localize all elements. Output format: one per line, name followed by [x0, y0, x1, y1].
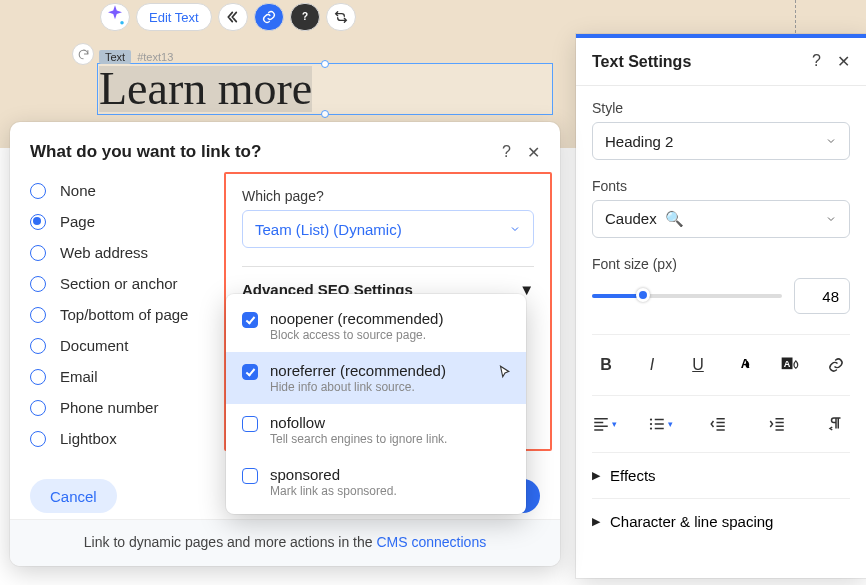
seo-option-name: noopener (recommended) [270, 310, 443, 327]
fonts-select[interactable]: Caudex🔍 [592, 200, 850, 238]
svg-point-7 [650, 427, 652, 429]
help-icon[interactable]: ? [290, 3, 320, 31]
panel-help-icon[interactable]: ? [812, 52, 821, 71]
checkbox-icon [242, 468, 258, 484]
font-size-slider[interactable] [592, 294, 782, 298]
text-content: Learn more [99, 66, 312, 112]
radio-icon [30, 369, 46, 385]
radio-icon [30, 307, 46, 323]
underline-button[interactable]: U [684, 351, 712, 379]
dialog-footer-note: Link to dynamic pages and more actions i… [10, 519, 560, 566]
divider [242, 266, 534, 267]
dialog-close-icon[interactable]: ✕ [527, 143, 540, 162]
seo-option-nofollow[interactable]: nofollowTell search engines to ignore li… [226, 404, 526, 456]
which-page-select[interactable]: Team (List) (Dynamic) [242, 210, 534, 248]
element-badges: Text #text13 [99, 50, 179, 64]
chevron-down-icon [825, 135, 837, 147]
link-dialog: What do you want to link to? ? ✕ NonePag… [10, 122, 560, 566]
link-button[interactable] [822, 351, 850, 379]
element-type-badge: Text [99, 50, 131, 64]
seo-option-desc: Block access to source page. [270, 328, 443, 342]
chevron-down-icon [825, 213, 837, 225]
style-value: Heading 2 [605, 133, 673, 150]
effects-label: Effects [610, 467, 656, 484]
link-type-page[interactable]: Page [30, 213, 224, 230]
ai-icon[interactable] [100, 3, 130, 31]
cursor-icon [496, 364, 514, 386]
char-spacing-label: Character & line spacing [610, 513, 773, 530]
cancel-button[interactable]: Cancel [30, 479, 117, 513]
text-format-row: B I U A A [592, 334, 850, 396]
selected-text-element[interactable]: Learn more [97, 63, 553, 115]
checkbox-icon [242, 416, 258, 432]
radio-icon [30, 338, 46, 354]
link-type-section-or-anchor[interactable]: Section or anchor [30, 275, 224, 292]
link-type-document[interactable]: Document [30, 337, 224, 354]
link-type-web-address[interactable]: Web address [30, 244, 224, 261]
edit-text-button[interactable]: Edit Text [136, 3, 212, 31]
triangle-right-icon: ▶ [592, 469, 600, 482]
list-button[interactable]: ▾ [648, 410, 673, 438]
link-type-phone-number[interactable]: Phone number [30, 399, 224, 416]
chevron-down-icon: ▾ [612, 419, 617, 429]
link-type-lightbox[interactable]: Lightbox [30, 430, 224, 447]
seo-option-noopener[interactable]: noopener (recommended)Block access to so… [226, 300, 526, 352]
dialog-header: What do you want to link to? ? ✕ [10, 122, 560, 172]
footer-note-text: Link to dynamic pages and more actions i… [84, 534, 377, 550]
dialog-help-icon[interactable]: ? [502, 143, 511, 162]
link-type-email[interactable]: Email [30, 368, 224, 385]
highlight-button[interactable]: A [776, 351, 804, 379]
checkbox-icon [242, 312, 258, 328]
style-select[interactable]: Heading 2 [592, 122, 850, 160]
svg-text:A: A [784, 359, 791, 369]
text-color-button[interactable]: A [730, 351, 758, 379]
link-type-label: None [60, 182, 96, 199]
cms-connections-link[interactable]: CMS connections [376, 534, 486, 550]
effects-accordion[interactable]: ▶Effects [592, 453, 850, 499]
panel-header: Text Settings ? ✕ [576, 38, 866, 86]
link-type-label: Top/bottom of page [60, 306, 188, 323]
search-icon: 🔍 [665, 210, 684, 227]
link-type-label: Email [60, 368, 98, 385]
seo-options-menu: noopener (recommended)Block access to so… [226, 294, 526, 514]
svg-point-6 [650, 423, 652, 425]
seo-option-desc: Mark link as sponsored. [270, 484, 397, 498]
refresh-icon[interactable] [72, 43, 94, 65]
bold-button[interactable]: B [592, 351, 620, 379]
italic-button[interactable]: I [638, 351, 666, 379]
resize-handle-top[interactable] [321, 60, 329, 68]
svg-point-0 [120, 21, 124, 25]
panel-close-icon[interactable]: ✕ [837, 52, 850, 71]
panel-title: Text Settings [592, 53, 691, 71]
animation-icon[interactable] [218, 3, 248, 31]
svg-text:?: ? [302, 11, 308, 22]
font-size-input[interactable] [794, 278, 850, 314]
text-direction-button[interactable] [822, 410, 850, 438]
text-settings-panel: Text Settings ? ✕ Style Heading 2 Fonts … [576, 34, 866, 578]
link-type-label: Page [60, 213, 95, 230]
link-type-top-bottom-of-page[interactable]: Top/bottom of page [30, 306, 224, 323]
link-type-label: Document [60, 337, 128, 354]
link-type-label: Phone number [60, 399, 158, 416]
checkbox-icon [242, 364, 258, 380]
char-spacing-accordion[interactable]: ▶Character & line spacing [592, 499, 850, 544]
seo-option-desc: Hide info about link source. [270, 380, 446, 394]
slider-thumb[interactable] [636, 288, 650, 302]
text-align-button[interactable]: ▾ [592, 410, 617, 438]
fonts-label: Fonts [592, 178, 850, 194]
link-type-none[interactable]: None [30, 182, 224, 199]
align-row: ▾ ▾ [592, 396, 850, 453]
seo-option-sponsored[interactable]: sponsoredMark link as sponsored. [226, 456, 526, 508]
style-label: Style [592, 100, 850, 116]
which-page-label: Which page? [242, 188, 534, 204]
radio-icon [30, 245, 46, 261]
resize-handle-bottom[interactable] [321, 110, 329, 118]
switch-icon[interactable] [326, 3, 356, 31]
radio-icon [30, 214, 46, 230]
seo-option-name: sponsored [270, 466, 397, 483]
link-icon[interactable] [254, 3, 284, 31]
indent-button[interactable] [763, 410, 791, 438]
outdent-button[interactable] [704, 410, 732, 438]
link-type-list: NonePageWeb addressSection or anchorTop/… [10, 172, 224, 467]
seo-option-noreferrer[interactable]: noreferrer (recommended)Hide info about … [226, 352, 526, 404]
